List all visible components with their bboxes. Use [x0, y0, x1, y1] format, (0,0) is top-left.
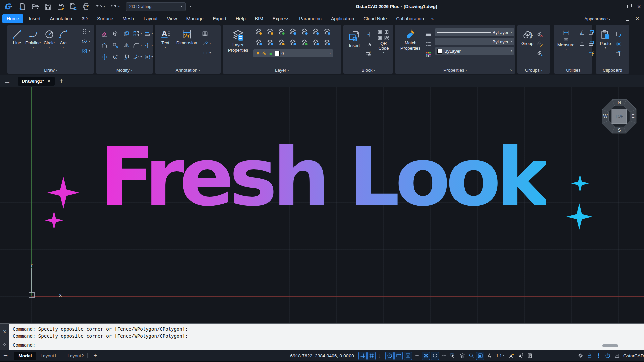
draw-extra-button[interactable]: ▾ — [80, 28, 91, 35]
annotation-extra-button[interactable]: ▾ — [201, 30, 211, 37]
status-toggle-isolate-objects[interactable] — [458, 352, 466, 360]
linetype-select[interactable]: ByLayer ▾ — [435, 38, 514, 45]
utility-tool-button[interactable] — [579, 51, 585, 59]
status-menu-icon[interactable]: ☰ — [0, 353, 11, 359]
panel-label-layer[interactable]: Layer▾ — [223, 68, 341, 73]
panel-label-clipboard[interactable]: Clipboard — [596, 68, 629, 73]
ribbon-tab[interactable]: Home — [2, 14, 23, 23]
annotation-scale-select[interactable]: 1:1▾ — [494, 353, 506, 358]
app-menu-caret-icon[interactable]: ▾ — [11, 5, 12, 8]
layer-tool-button-layer-match[interactable] — [301, 28, 309, 37]
close-command-icon[interactable]: ✕ — [3, 329, 7, 334]
measure-button[interactable]: Measure ▾ — [556, 28, 576, 60]
status-tool-notification[interactable] — [596, 353, 602, 359]
group-tool-button[interactable] — [536, 40, 544, 48]
group-button[interactable]: Group — [520, 28, 535, 57]
toolbar-more-caret-icon[interactable]: ▾ — [190, 5, 191, 8]
insert-block-button[interactable]: Insert — [346, 28, 362, 57]
block-attribute-button[interactable] — [364, 50, 372, 57]
panel-launcher-icon[interactable]: ↘ — [510, 69, 513, 72]
dropdown-caret-icon[interactable]: ▾ — [104, 5, 105, 8]
status-tool-workspace-switch[interactable] — [525, 352, 534, 360]
document-tab-drawing1[interactable]: Drawing1* ✕ — [18, 77, 55, 86]
compass-north[interactable]: N — [618, 100, 621, 105]
compass-east[interactable]: E — [631, 113, 634, 119]
utility-tool-button[interactable] — [588, 40, 595, 48]
group-tool-button[interactable] — [536, 31, 544, 38]
status-toggle-snap-tracking[interactable] — [422, 352, 430, 360]
draw-tool-button[interactable]: Arc ▾ — [56, 27, 70, 49]
status-toggle-grid[interactable] — [358, 352, 367, 360]
status-tool-ui-lock[interactable] — [587, 353, 593, 359]
status-toggle-snap[interactable] — [367, 352, 376, 360]
panel-label-utilities[interactable]: Utilities — [554, 68, 592, 73]
status-tool-annotation-refresh[interactable] — [516, 352, 525, 360]
qat-button-new-file[interactable]: ▾ — [17, 2, 28, 12]
ribbon-tab[interactable]: Cloud Note — [359, 14, 391, 23]
lineweight-select[interactable]: ByLayer ▾ — [435, 28, 514, 36]
status-tool-settings[interactable] — [578, 353, 584, 359]
dimension-button[interactable]: Dimension — [175, 27, 198, 57]
dropdown-caret-icon[interactable]: ▾ — [118, 5, 120, 8]
status-tool-performance-monitor[interactable] — [605, 353, 611, 359]
qat-button-open-file[interactable]: ▾ — [30, 2, 41, 12]
qat-button-redo[interactable]: ▾ — [108, 2, 121, 12]
status-toggle-annotation-visibility[interactable] — [485, 352, 493, 360]
layer-tool-button-layer-restore[interactable] — [323, 39, 331, 48]
modify-tool-button[interactable]: ▾ — [101, 54, 108, 60]
qat-button-undo[interactable]: ▾ — [93, 2, 107, 12]
utility-tool-button[interactable] — [588, 29, 595, 37]
modify-tool-button[interactable]: ▾ — [144, 42, 153, 49]
status-toggle-isometric-drafting[interactable] — [394, 352, 403, 360]
qat-button-print[interactable]: ▾ — [80, 2, 92, 12]
property-style-button[interactable] — [424, 30, 432, 37]
property-style-button[interactable] — [424, 51, 432, 58]
command-scrollbar[interactable] — [602, 344, 618, 347]
command-input[interactable]: Command: — [9, 340, 644, 348]
layer-tool-button-layer-merge[interactable] — [312, 28, 320, 37]
modify-tool-button[interactable]: ▾ — [123, 30, 130, 37]
layer-tool-button-layer-walk[interactable] — [289, 28, 297, 37]
modify-tool-button[interactable]: ▾ — [112, 42, 119, 49]
property-style-button[interactable] — [424, 40, 432, 48]
status-tool-auto-annotation-scale[interactable] — [507, 352, 516, 360]
modify-tool-button[interactable]: ▾ — [123, 42, 130, 49]
ribbon-tab[interactable]: Application — [327, 14, 359, 23]
match-properties-button[interactable]: Match Properties — [399, 27, 422, 58]
ribbon-tab[interactable]: View — [163, 14, 181, 23]
mdi-restore-button[interactable] — [624, 15, 631, 22]
layout-tab[interactable]: Layout1 — [37, 352, 63, 360]
group-tool-button[interactable] — [536, 50, 544, 57]
modify-tool-button[interactable]: ▾ — [123, 54, 130, 60]
ribbon-tab[interactable]: Layout — [139, 14, 162, 23]
qat-button-save-as[interactable]: ▾ — [55, 2, 66, 12]
modify-tool-button[interactable]: ▾ — [112, 54, 119, 60]
close-button[interactable]: ✕ — [634, 0, 644, 13]
qat-button-save-all[interactable]: ▾ — [68, 2, 79, 12]
ribbon-tab[interactable]: Annotation — [45, 14, 76, 23]
status-toggle-ortho[interactable] — [376, 352, 385, 360]
document-menu-icon[interactable]: ☰ — [0, 78, 14, 85]
layer-tool-button-layer-on[interactable] — [255, 28, 263, 37]
annotation-extra-button[interactable]: ▾ — [201, 40, 211, 47]
add-layout-button[interactable]: + — [94, 352, 97, 359]
utility-tool-button[interactable] — [579, 29, 585, 37]
layer-select[interactable]: 0 ▾ — [253, 49, 333, 57]
panel-label-modify[interactable]: Modify▾ — [96, 68, 153, 73]
layer-tool-button-layer-unlock[interactable] — [278, 28, 286, 37]
ribbon-tab[interactable]: Insert — [24, 14, 45, 23]
ribbon-tab[interactable]: Export — [208, 14, 230, 23]
qr-code-button[interactable]: QR Code ▾ — [374, 28, 393, 57]
close-tab-icon[interactable]: ✕ — [47, 79, 51, 84]
status-toggle-object-snap[interactable] — [404, 352, 412, 360]
modify-tool-button[interactable]: ▾ — [144, 30, 153, 37]
app-logo-icon[interactable]: G — [4, 2, 11, 11]
minimize-button[interactable] — [614, 0, 624, 13]
modify-tool-button[interactable]: ▾ — [101, 30, 108, 37]
utility-tool-button[interactable] — [588, 51, 595, 59]
drawing-canvas[interactable]: Fresh Look TOP N E S W Y X — [0, 87, 644, 323]
status-toggle-quick-properties[interactable] — [476, 352, 484, 360]
layer-tool-button-layer-off[interactable] — [255, 39, 263, 48]
status-toggle-dynamic-ucs[interactable] — [431, 352, 439, 360]
mdi-close-button[interactable]: ✕ — [634, 15, 641, 22]
